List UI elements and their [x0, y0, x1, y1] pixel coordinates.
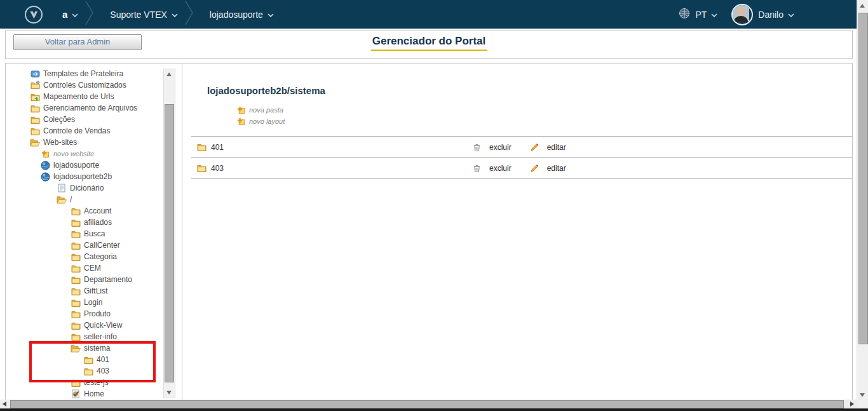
tree-item-giftlist[interactable]: GiftList — [6, 285, 182, 297]
chevron-down-icon — [788, 9, 794, 20]
tree-item-403[interactable]: 403 — [6, 365, 182, 377]
window-bottom-edge — [0, 408, 868, 411]
folder-contents-panel: lojadosuporteb2b/sistema nova pastanovo … — [182, 64, 852, 401]
trash-icon — [471, 143, 482, 152]
folder-icon — [71, 310, 81, 318]
folder-icon — [71, 276, 81, 284]
header: Voltar para Admin Gerenciador do Portal — [5, 30, 853, 59]
tree-item-cem[interactable]: CEM — [6, 262, 182, 274]
language-dropdown[interactable]: PT — [695, 9, 717, 20]
row-actions: excluireditar — [466, 143, 566, 152]
row-actions: excluireditar — [466, 164, 566, 173]
shelf-template-icon — [30, 70, 40, 78]
folder-icon — [30, 116, 40, 124]
trash-icon — [471, 164, 482, 173]
folder-icon — [83, 367, 93, 375]
breadcrumb-site-dropdown[interactable]: lojadosuporte — [210, 9, 274, 20]
tree-item-root[interactable]: / — [6, 194, 182, 205]
novo-layout-link[interactable]: novo layout — [236, 116, 285, 127]
edit-folder-button[interactable]: editar — [524, 143, 566, 152]
chevron-down-icon — [72, 9, 78, 20]
site-tree: Templates de PrateleiraControles Customi… — [6, 64, 182, 400]
topbar-right-cluster: PT Danilo — [679, 0, 794, 29]
folder-icon — [71, 299, 81, 307]
tree-item-gerenciamento-de-arquivos[interactable]: Gerenciamento de Arquivos — [6, 102, 182, 114]
language-code: PT — [695, 10, 707, 20]
tree-item-afiliados[interactable]: afiliados — [6, 217, 182, 228]
user-dropdown[interactable]: Danilo — [758, 9, 794, 20]
sidebar-scrollbar[interactable] — [163, 69, 175, 398]
tree-item-templates-de-prateleira[interactable]: Templates de Prateleira — [6, 68, 182, 79]
tree-item-login[interactable]: Login — [6, 297, 182, 308]
edit-folder-button[interactable]: editar — [524, 164, 566, 173]
page-horizontal-scrollbar-thumb[interactable] — [10, 400, 844, 408]
breadcrumb-account-label: a — [62, 9, 67, 20]
vtex-logo-icon[interactable] — [24, 5, 43, 24]
nova-pasta-link[interactable]: nova pasta — [236, 104, 285, 116]
new-item-icon — [236, 118, 246, 126]
scroll-down-icon[interactable] — [860, 393, 865, 397]
home-icon — [71, 389, 81, 398]
scroll-right-icon[interactable] — [850, 401, 854, 407]
folder-icon — [196, 164, 207, 172]
folder-icon — [30, 127, 40, 135]
sidebar-scrollbar-thumb[interactable] — [165, 104, 174, 382]
tree-item-seller-info[interactable]: seller-info — [6, 331, 182, 342]
tree-item-web-sites[interactable]: Web-sites — [6, 137, 182, 148]
page-vertical-scrollbar[interactable] — [857, 0, 868, 400]
page-vertical-scrollbar-thumb[interactable] — [858, 13, 868, 344]
tree-item-produto[interactable]: Produto — [6, 308, 182, 320]
scroll-left-icon[interactable] — [3, 401, 6, 407]
tree-item-sistema[interactable]: sistema — [6, 342, 182, 354]
tree-item-callcenter[interactable]: CallCenter — [6, 239, 182, 251]
delete-folder-button[interactable]: excluir — [466, 164, 512, 173]
breadcrumb-separator-icon — [184, 0, 194, 30]
folder-icon — [71, 287, 81, 295]
globe-icon — [679, 8, 690, 22]
tree-item-account[interactable]: Account — [6, 205, 182, 217]
folder-list: 401excluireditar403excluireditar — [191, 136, 853, 179]
tree-item-categoria[interactable]: Categoria — [6, 251, 182, 262]
tree-item-controles-customizados[interactable]: Controles Customizados — [6, 79, 182, 91]
pencil-icon — [529, 143, 539, 152]
folder-icon — [71, 207, 81, 215]
document-icon — [57, 184, 67, 192]
user-name: Danilo — [758, 10, 783, 20]
folder-row-403: 403excluireditar — [191, 158, 853, 179]
folder-open-icon — [30, 138, 40, 147]
user-avatar[interactable] — [731, 4, 753, 25]
tree-item-novo-website[interactable]: novo website — [6, 148, 182, 159]
tree-item-teste-js[interactable]: teste-js — [6, 377, 182, 388]
back-to-admin-button[interactable]: Voltar para Admin — [13, 34, 142, 50]
tree-item-departamento[interactable]: Departamento — [6, 274, 182, 285]
topbar: a Suporte VTEX lojadosuporte PT Da — [0, 0, 857, 29]
folder-icon — [83, 356, 93, 364]
page-title: Gerenciador do Portal — [371, 35, 487, 51]
page-horizontal-scrollbar[interactable] — [0, 400, 857, 408]
breadcrumb-separator-icon — [85, 0, 95, 30]
tree-item-quick-view[interactable]: Quick-View — [6, 320, 182, 331]
folder-icon — [71, 379, 81, 387]
folder-icon — [71, 253, 81, 261]
folder-name[interactable]: 401 — [211, 143, 224, 152]
breadcrumb-account-dropdown[interactable]: a — [62, 9, 78, 20]
folder-name[interactable]: 403 — [211, 164, 224, 173]
delete-folder-button[interactable]: excluir — [466, 143, 512, 152]
tree-item-cole-es[interactable]: Coleções — [6, 114, 182, 125]
scroll-up-icon[interactable] — [166, 72, 172, 76]
tree-item-lojadosuporteb2b[interactable]: lojadosuporteb2b — [6, 171, 182, 182]
tree-item-401[interactable]: 401 — [6, 354, 182, 365]
scroll-up-icon[interactable] — [860, 4, 865, 8]
scroll-down-icon[interactable] — [166, 391, 172, 394]
folder-row-401: 401excluireditar — [191, 137, 853, 158]
tree-item-mapeamento-de-urls[interactable]: Mapeamento de Urls — [6, 91, 182, 102]
tree-item-busca[interactable]: Busca — [6, 228, 182, 239]
new-item-icon — [236, 106, 246, 114]
tree-item-home[interactable]: Home — [6, 388, 182, 400]
tree-item-dicion-rio[interactable]: Dicionário — [6, 182, 182, 194]
tree-item-lojadosuporte[interactable]: lojadosuporte — [6, 159, 182, 171]
breadcrumb-store-dropdown[interactable]: Suporte VTEX — [110, 9, 178, 20]
portal-manager-page: a Suporte VTEX lojadosuporte PT Da — [0, 0, 868, 411]
chevron-down-icon — [172, 9, 178, 20]
tree-item-controle-de-vendas[interactable]: Controle de Vendas — [6, 125, 182, 137]
